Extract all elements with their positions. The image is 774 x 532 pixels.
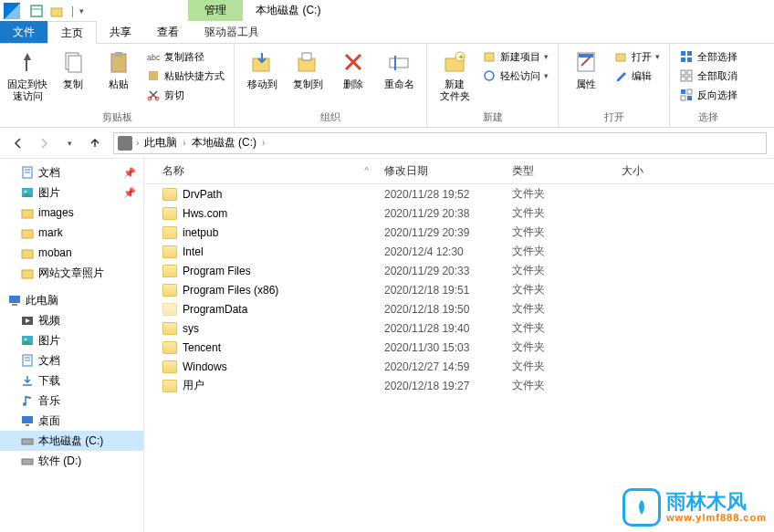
tree-item-label: 音乐 [38, 393, 60, 409]
recent-dropdown[interactable]: ▾ [58, 132, 80, 154]
tab-file[interactable]: 文件 [0, 21, 47, 43]
svg-rect-31 [687, 77, 692, 81]
new-item-button[interactable]: 新建项目 ▾ [478, 47, 552, 66]
ribbon-group-clipboard: 固定到快 速访问 复制 粘贴 abc复制路径 粘贴快捷方式 剪切 剪贴板 [0, 44, 235, 127]
svg-rect-41 [22, 210, 33, 218]
tree-item-图片[interactable]: 图片 [0, 330, 143, 350]
file-row[interactable]: Program Files (x86)2020/12/18 19:51文件夹 [144, 280, 774, 299]
folder-icon [20, 225, 35, 240]
tree-item-label: 桌面 [38, 413, 60, 429]
file-row[interactable]: Program Files2020/11/29 20:33文件夹 [144, 261, 774, 280]
svg-rect-13 [302, 53, 311, 60]
file-row[interactable]: 用户2020/12/18 19:27文件夹 [144, 376, 774, 395]
crumb-this-pc[interactable]: 此电脑 [141, 135, 181, 151]
tree-item-图片[interactable]: 图片📌 [0, 183, 143, 203]
select-none-button[interactable]: 全部取消 [675, 67, 741, 85]
copy-to-button[interactable]: 复制到 [286, 46, 329, 92]
invert-selection-button[interactable]: 反向选择 [675, 86, 741, 104]
file-row[interactable]: inetpub2020/11/29 20:39文件夹 [144, 223, 774, 242]
qa-properties-icon[interactable] [27, 2, 46, 20]
file-row[interactable]: sys2020/11/28 19:40文件夹 [144, 318, 774, 338]
file-date: 2020/12/27 14:59 [377, 360, 505, 373]
tree-item-网站文章照片[interactable]: 网站文章照片 [0, 263, 143, 283]
delete-button[interactable]: 删除 [331, 46, 375, 92]
folder-icon [162, 226, 177, 239]
tab-share[interactable]: 共享 [97, 21, 144, 43]
tree-this-pc[interactable]: 此电脑 [0, 290, 143, 310]
svg-rect-19 [485, 53, 494, 61]
tree-item-软件 (D:)[interactable]: 软件 (D:) [0, 451, 143, 471]
tree-item-label: 图片 [38, 185, 60, 201]
tree-item-images[interactable]: images [0, 203, 143, 223]
svg-rect-4 [68, 56, 81, 72]
copy-to-icon [293, 47, 322, 77]
ribbon-group-organize: 移动到 复制到 删除 重命名 组织 [235, 44, 427, 127]
copy-button[interactable]: 复制 [51, 46, 95, 92]
cut-button[interactable]: 剪切 [142, 86, 228, 104]
invert-icon [679, 88, 694, 102]
doc-icon [20, 353, 35, 368]
file-row[interactable]: ProgramData2020/12/18 19:50文件夹 [144, 299, 774, 318]
column-size[interactable]: 大小 [614, 159, 774, 183]
paste-button[interactable]: 粘贴 [97, 46, 141, 92]
pic-icon [20, 185, 35, 200]
tree-item-桌面[interactable]: 桌面 [0, 411, 143, 431]
forward-button[interactable] [33, 132, 55, 154]
copy-path-button[interactable]: abc复制路径 [142, 47, 228, 66]
qa-dropdown-icon[interactable]: ▾ [79, 6, 84, 16]
svg-rect-25 [687, 51, 692, 56]
column-name[interactable]: 名称^ [144, 159, 377, 183]
svg-rect-34 [681, 96, 685, 100]
file-date: 2020/12/18 19:50 [377, 303, 505, 316]
move-to-button[interactable]: 移动到 [240, 46, 284, 92]
file-row[interactable]: Windows2020/12/27 14:59文件夹 [144, 357, 774, 376]
file-name: Intel [183, 245, 204, 258]
breadcrumb[interactable]: › 此电脑 › 本地磁盘 (C:) › [113, 132, 767, 154]
tab-drive-tools[interactable]: 驱动器工具 [192, 21, 272, 43]
svg-rect-23 [616, 54, 625, 61]
column-date[interactable]: 修改日期 [377, 159, 505, 183]
tree-item-moban[interactable]: moban [0, 243, 143, 263]
svg-rect-43 [22, 250, 33, 258]
file-name: Tencent [183, 341, 221, 354]
svg-rect-6 [115, 52, 122, 57]
file-row[interactable]: Hws.com2020/11/29 20:38文件夹 [144, 203, 774, 223]
column-type[interactable]: 类型 [505, 159, 614, 183]
qa-new-folder-icon[interactable] [47, 2, 66, 20]
file-row[interactable]: Tencent2020/11/30 15:03文件夹 [144, 338, 774, 357]
file-row[interactable]: Intel2020/12/4 12:30文件夹 [144, 242, 774, 261]
tree-item-本地磁盘 (C:)[interactable]: 本地磁盘 (C:) [0, 431, 143, 451]
folder-icon [20, 266, 35, 280]
easy-access-button[interactable]: 轻松访问 ▾ [478, 67, 552, 85]
back-button[interactable] [7, 132, 29, 154]
tree-item-mark[interactable]: mark [0, 223, 143, 243]
select-all-button[interactable]: 全部选择 [675, 47, 741, 66]
breadcrumb-sep: › [136, 138, 139, 148]
tree-item-视频[interactable]: 视频 [0, 310, 143, 330]
select-all-icon [679, 49, 694, 64]
file-type: 文件夹 [505, 301, 614, 317]
doc-icon [20, 165, 35, 180]
new-folder-button[interactable]: ✦ 新建 文件夹 [433, 46, 476, 104]
tree-item-文档[interactable]: 文档📌 [0, 162, 143, 183]
open-button[interactable]: 打开 ▾ [610, 47, 664, 66]
tab-view[interactable]: 查看 [144, 21, 192, 43]
rename-button[interactable]: 重命名 [377, 46, 421, 92]
edit-button[interactable]: 编辑 [610, 67, 664, 85]
paste-shortcut-button[interactable]: 粘贴快捷方式 [142, 67, 228, 85]
file-date: 2020/11/28 19:52 [377, 188, 505, 201]
up-button[interactable] [84, 132, 106, 154]
tree-item-文档[interactable]: 文档 [0, 350, 143, 370]
crumb-drive[interactable]: 本地磁盘 (C:) [188, 135, 260, 151]
tab-home[interactable]: 主页 [47, 21, 97, 44]
pin-icon: 📌 [123, 187, 136, 199]
properties-button[interactable]: 属性 [564, 46, 608, 92]
tree-item-下载[interactable]: 下载 [0, 370, 143, 391]
tree-item-音乐[interactable]: 音乐 [0, 391, 143, 411]
file-row[interactable]: DrvPath2020/11/28 19:52文件夹 [144, 184, 774, 203]
main-area: 文档📌图片📌imagesmarkmoban网站文章照片 此电脑 视频图片文档下载… [0, 159, 774, 532]
pin-quick-access-button[interactable]: 固定到快 速访问 [5, 46, 49, 104]
svg-rect-24 [681, 51, 685, 56]
navigation-pane[interactable]: 文档📌图片📌imagesmarkmoban网站文章照片 此电脑 视频图片文档下载… [0, 159, 144, 532]
drive-icon [20, 433, 35, 448]
